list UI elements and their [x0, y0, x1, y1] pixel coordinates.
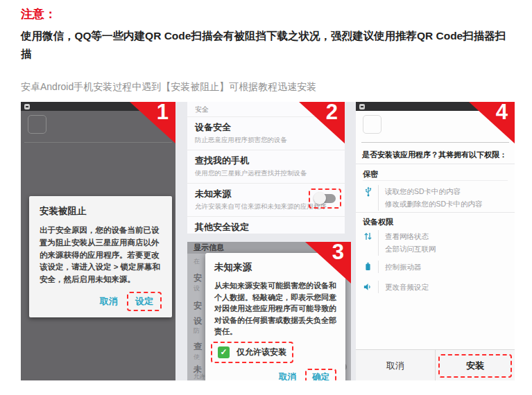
screenshot-step-1: 1 4G 7: 安装被阻止 出于安全原因，您的设备当前已设置为阻止安装从三星应用…: [21, 102, 175, 380]
permission-line: 读取您的SD卡中的内容: [385, 187, 461, 195]
tutorial-page: 注意： 使用微信，QQ等一些内建QR Code扫描会有被阻挡下载之状况，强烈建议…: [0, 0, 532, 395]
checkbox-label: 仅允许该安装: [237, 346, 286, 358]
divider: [24, 142, 172, 143]
section-header-privacy: 保密: [363, 169, 378, 179]
step-number: 3: [332, 242, 344, 265]
install-prompt-title: 是否安装该应用程序？其将拥有以下权限：: [362, 150, 512, 160]
usb-storage-icon: [363, 185, 378, 200]
highlight-box: [309, 188, 341, 209]
dimmed-text: 查: [194, 341, 202, 353]
checkbox-checked-icon[interactable]: [218, 346, 230, 358]
permission-line: 修改或删除您的SD卡中的内容: [385, 200, 483, 208]
unknown-sources-toggle[interactable]: [314, 193, 336, 204]
dialog-title: 未知来源: [214, 261, 336, 274]
dimmed-text: 使: [194, 353, 200, 362]
screenshot-step-2: 安全 设备安全 防止恶意应用程序损害您的设备 查找我的手机 使用您的三星账户远程…: [187, 102, 345, 234]
network-arrows-icon: [363, 230, 378, 245]
permission-audio: 更改音频设定: [363, 281, 512, 295]
sd-card-icon: [24, 104, 30, 109]
permission-text: 更改音频设定: [378, 281, 429, 293]
dimmed-text: 设: [194, 284, 200, 293]
permission-text: 控制振动器: [378, 261, 422, 273]
permission-line: 控制振动器: [385, 263, 422, 271]
cancel-button[interactable]: 取消: [356, 350, 435, 380]
step-number: 4: [496, 102, 508, 125]
divider: [361, 142, 509, 143]
screenshot-step-3: 显示信息 在 安 设 安 设 防 查 使 未 允许安装来自可信来源和未知来源的应…: [187, 242, 351, 380]
sd-card-icon: [359, 104, 365, 109]
vibration-icon: [363, 261, 378, 275]
dimmed-text: 安: [194, 272, 202, 284]
install-footer-bar: 取消 安装: [356, 349, 515, 380]
highlight-box: 仅允许该安装: [211, 342, 293, 363]
dialog-actions: 取消 设定: [40, 292, 162, 311]
permission-line: 查看网络状态: [385, 232, 429, 240]
install-button-cell[interactable]: 安装: [435, 350, 515, 380]
dialog-body: 从未知来源安装可能损害您的设备和个人数据。轻敲确定，即表示您同意对因使用这些应用…: [214, 280, 336, 337]
step-number: 2: [326, 102, 338, 125]
permission-line: 全部访问互联网: [385, 245, 436, 253]
permission-storage: 读取您的SD卡中的内容 修改或删除您的SD卡中的内容: [363, 185, 512, 211]
notice-body: 使用微信，QQ等一些内建QR Code扫描会有被阻挡下载之状况，强烈建议使用推荐…: [21, 27, 516, 62]
step-ribbon: [469, 102, 515, 143]
section-header-device: 设备权限: [363, 217, 393, 227]
cancel-button[interactable]: 取消: [273, 369, 302, 381]
list-item-subtitle: 使用您的三星账户远程查找并控制设备: [195, 169, 337, 178]
cancel-button[interactable]: 取消: [94, 292, 124, 310]
dialog-title: 安装被阻止: [40, 205, 162, 218]
list-item-title: 设备安全: [195, 121, 337, 134]
divider: [356, 212, 515, 213]
divider: [363, 180, 508, 181]
permission-vibration: 控制振动器: [363, 261, 512, 275]
screenshot-strip: 1 4G 7: 安装被阻止 出于安全原因，您的设备当前已设置为阻止安装从三星应用…: [21, 102, 515, 380]
dialog-actions: 取消 确定: [214, 369, 336, 381]
permission-text: 查看网络状态 全部访问互联网: [378, 230, 436, 256]
list-item-title: 查找我的手机: [195, 155, 337, 167]
app-icon-placeholder: [363, 115, 381, 134]
permission-line: 更改音频设定: [385, 283, 429, 291]
settings-button[interactable]: 设定: [127, 292, 162, 311]
step-number: 1: [157, 102, 169, 125]
divider: [356, 164, 515, 164]
speaker-icon: [363, 281, 378, 295]
ok-button[interactable]: 确定: [305, 369, 336, 381]
dimmed-text: 防: [194, 326, 200, 335]
list-item-find-my-mobile[interactable]: 查找我的手机 使用您的三星账户远程查找并控制设备: [187, 150, 345, 183]
unknown-sources-dialog: 未知来源 从未知来源安装可能损害您的设备和个人数据。轻敲确定，即表示您同意对因使…: [205, 253, 345, 380]
dialog-body: 出于安全原因，您的设备当前已设置为阻止安装从三星应用商店以外的来源获得的应用程序…: [40, 225, 162, 286]
dimmed-text: 设: [194, 315, 202, 327]
toggle-knob: [314, 192, 326, 204]
page-subtitle: 安卓Android手机安装过程中遇到【安装被阻止】可根据教程迅速安装: [21, 81, 516, 94]
notice-label: 注意：: [21, 6, 56, 22]
list-item-unknown-sources[interactable]: 未知来源 允许安装来自可信来源和未知来源的应用程序: [187, 183, 345, 216]
permission-text: 读取您的SD卡中的内容 修改或删除您的SD卡中的内容: [378, 185, 483, 211]
dimmed-text: 在: [194, 257, 200, 266]
screenshot-step-4: 1 4G 7: 是否安装该应用程序？其将拥有以下权限： 保密: [356, 102, 515, 380]
install-button[interactable]: 安装: [438, 354, 512, 378]
app-icon-placeholder: [28, 115, 46, 134]
list-item-other-security[interactable]: 其他安全设定 更改安全更新和证书存储等其他安全设定: [187, 216, 345, 234]
permission-network: 查看网络状态 全部访问互联网: [363, 230, 512, 256]
dimmed-text: 安: [194, 300, 202, 312]
install-blocked-dialog: 安装被阻止 出于安全原因，您的设备当前已设置为阻止安装从三星应用商店以外的来源获…: [29, 196, 172, 317]
list-item-title: 其他安全设定: [195, 221, 337, 234]
list-item-subtitle: 防止恶意应用程序损害您的设备: [195, 136, 337, 145]
